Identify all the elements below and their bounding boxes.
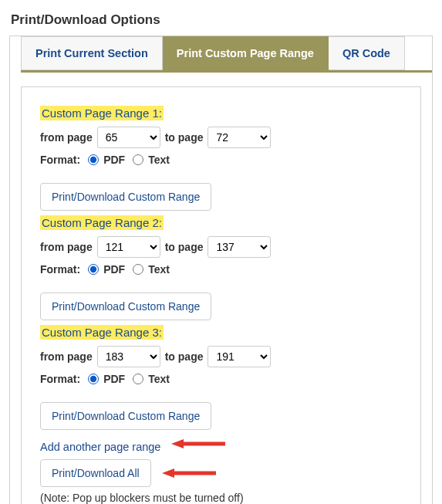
text-label: Text: [148, 154, 170, 166]
print-range-button-3[interactable]: Print/Download Custom Range: [40, 402, 211, 430]
from-page-select-2[interactable]: 121: [97, 236, 160, 258]
to-label: to page: [165, 241, 204, 253]
format-row-2: Format: PDF Text: [40, 263, 402, 276]
arrow-icon: [171, 438, 225, 450]
from-page-select-3[interactable]: 183: [97, 346, 160, 367]
tab-print-custom[interactable]: Print Custom Page Range: [163, 36, 329, 70]
format-text-2[interactable]: [133, 264, 143, 275]
format-label: Format:: [40, 263, 80, 276]
format-text-3[interactable]: [133, 374, 143, 384]
pdf-label: PDF: [103, 373, 125, 385]
to-page-select-2[interactable]: 137: [208, 236, 271, 258]
range-title-2: Custom Page Range 2:: [40, 215, 164, 230]
custom-range-panel: Custom Page Range 1: from page 65 to pag…: [21, 86, 421, 504]
page-title: Print/Download Options: [11, 12, 433, 28]
range-row-1: from page 65 to page 72: [40, 127, 402, 148]
range-title-3: Custom Page Range 3:: [40, 325, 164, 340]
pdf-label: PDF: [103, 154, 125, 166]
range-row-3: from page 183 to page 191: [40, 346, 402, 367]
svg-marker-1: [171, 439, 184, 448]
format-pdf-2[interactable]: [88, 264, 99, 275]
svg-marker-3: [162, 468, 174, 478]
print-range-button-1[interactable]: Print/Download Custom Range: [40, 183, 211, 211]
from-label: from page: [40, 131, 93, 144]
tab-print-current[interactable]: Print Current Section: [21, 36, 163, 70]
print-all-button[interactable]: Print/Download All: [40, 459, 151, 487]
range-title-1: Custom Page Range 1:: [40, 106, 164, 120]
options-container: Print Current Section Print Custom Page …: [9, 36, 433, 504]
format-label: Format:: [40, 154, 80, 166]
from-label: from page: [40, 350, 93, 363]
add-page-range-link[interactable]: Add another page range: [40, 441, 160, 453]
from-page-select-1[interactable]: 65: [97, 127, 160, 148]
text-label: Text: [148, 263, 170, 276]
format-pdf-3[interactable]: [88, 374, 99, 384]
to-page-select-3[interactable]: 191: [208, 346, 271, 367]
print-range-button-2[interactable]: Print/Download Custom Range: [40, 293, 211, 320]
format-row-3: Format: PDF Text: [40, 373, 402, 385]
to-page-select-1[interactable]: 72: [208, 127, 271, 148]
to-label: to page: [165, 131, 204, 144]
text-label: Text: [148, 373, 170, 385]
tabs: Print Current Section Print Custom Page …: [21, 36, 432, 70]
to-label: to page: [165, 350, 204, 363]
format-row-1: Format: PDF Text: [40, 154, 402, 166]
format-pdf-1[interactable]: [88, 154, 99, 165]
arrow-icon: [162, 467, 216, 479]
range-row-2: from page 121 to page 137: [40, 236, 402, 258]
popup-note: (Note: Pop up blockers must be turned of…: [40, 492, 402, 504]
pdf-label: PDF: [103, 263, 125, 276]
format-label: Format:: [40, 373, 80, 385]
tab-qr-code[interactable]: QR Code: [329, 36, 405, 70]
from-label: from page: [40, 241, 93, 253]
format-text-1[interactable]: [133, 154, 143, 165]
